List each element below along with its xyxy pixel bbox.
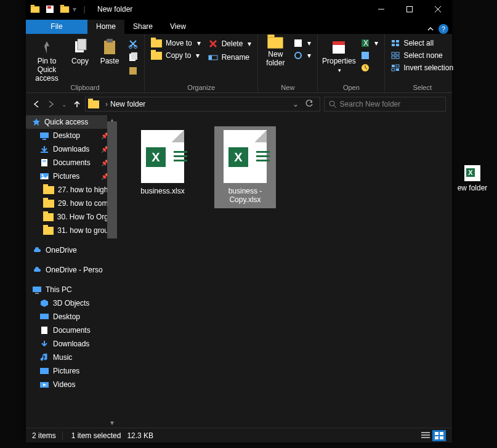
sidebar-label: Documents <box>53 326 91 335</box>
file-item-selected[interactable]: X business - Copy.xlsx <box>214 126 276 208</box>
tab-file[interactable]: File <box>26 20 87 34</box>
sidebar-folder-1[interactable]: 27. how to high <box>26 183 112 197</box>
sidebar-onedrive[interactable]: OneDrive <box>26 243 112 257</box>
sidebar-pictures[interactable]: Pictures📌 <box>26 169 112 183</box>
sidebar-documents[interactable]: Documents📌 <box>26 156 112 169</box>
sidebar-pictures2[interactable]: Pictures <box>26 364 112 378</box>
edit-button[interactable] <box>358 50 381 61</box>
properties-button[interactable]: Properties ▾ <box>321 38 356 73</box>
view-largeicons-button[interactable] <box>432 430 446 441</box>
svg-point-39 <box>329 101 334 106</box>
newfolder-button[interactable]: New folder <box>262 38 289 67</box>
refresh-button[interactable] <box>301 99 317 110</box>
search-input[interactable] <box>340 100 442 108</box>
easyaccess-button[interactable]: ▾ <box>291 50 313 61</box>
group-clipboard-label: Clipboard <box>30 84 140 92</box>
folder-icon <box>88 100 99 108</box>
tab-view[interactable]: View <box>161 20 195 34</box>
breadcrumb[interactable]: New folder <box>110 100 145 108</box>
sidebar-quickaccess[interactable]: Quick access <box>26 115 112 129</box>
search-box[interactable] <box>324 97 446 112</box>
sidebar-videos[interactable]: Videos <box>26 378 112 391</box>
sidebar-downloads[interactable]: Downloads📌 <box>26 142 112 156</box>
svg-rect-32 <box>396 52 399 55</box>
svg-rect-61 <box>440 436 443 439</box>
sidebar-documents2[interactable]: Documents <box>26 324 112 337</box>
scissors-icon <box>128 39 138 49</box>
qat-save-icon[interactable] <box>43 2 57 16</box>
svg-rect-1 <box>47 6 51 9</box>
svg-rect-42 <box>42 139 46 140</box>
sidebar-label: 3D Objects <box>53 299 89 307</box>
svg-rect-31 <box>392 52 395 55</box>
chevron-down-icon: ▾ <box>374 39 378 47</box>
scrollbar-thumb[interactable] <box>107 121 117 238</box>
scroll-down-icon[interactable]: ▾ <box>107 418 117 428</box>
desktop-shortcut-label: ew folder <box>458 184 488 192</box>
search-icon <box>328 100 336 108</box>
svg-line-40 <box>334 105 336 108</box>
copy-button[interactable]: Copy <box>67 38 94 66</box>
excel-file-icon <box>464 165 480 181</box>
excel-file-icon: X <box>224 130 267 183</box>
sidebar-onedrive-personal[interactable]: OneDrive - Perso <box>26 263 112 277</box>
cut-button[interactable] <box>126 38 140 50</box>
back-button[interactable] <box>32 100 41 108</box>
minimize-button[interactable] <box>367 0 395 18</box>
sidebar-desktop[interactable]: Desktop📌 <box>26 129 112 142</box>
folder-icon <box>43 227 54 235</box>
maximize-button[interactable] <box>395 0 424 18</box>
chevron-down-icon: ▾ <box>197 39 201 47</box>
file-item[interactable]: X business.xlsx <box>132 126 193 199</box>
view-details-button[interactable] <box>419 430 432 441</box>
copypath-button[interactable] <box>126 51 140 63</box>
rename-button[interactable]: Rename <box>206 51 254 63</box>
copyto-button[interactable]: Copy to▾ <box>148 50 203 61</box>
sidebar-desktop2[interactable]: Desktop <box>26 310 112 324</box>
desktop-shortcut[interactable]: ew folder <box>454 165 491 192</box>
collapse-ribbon-button[interactable] <box>422 25 438 34</box>
forward-button[interactable] <box>47 100 55 108</box>
selectall-button[interactable]: Select all <box>389 38 456 49</box>
help-button[interactable]: ? <box>438 24 452 34</box>
close-button[interactable] <box>424 0 452 18</box>
tab-share[interactable]: Share <box>124 20 161 34</box>
file-pane[interactable]: X business.xlsx X business - Copy.xlsx <box>117 115 452 428</box>
rename-label: Rename <box>222 53 249 62</box>
address-bar[interactable]: › New folder ⌄ <box>85 97 320 112</box>
qat-folder-icon[interactable] <box>28 2 42 16</box>
sidebar-folder-4[interactable]: 31. how to grou <box>26 224 112 237</box>
pasteshortcut-button[interactable] <box>126 65 140 77</box>
sidebar-3dobjects[interactable]: 3D Objects <box>26 296 112 310</box>
cloud-icon <box>32 246 42 255</box>
selectnone-button[interactable]: Select none <box>389 50 456 61</box>
sidebar-music[interactable]: Music <box>26 351 112 364</box>
pin-quickaccess-button[interactable]: Pin to Quick access <box>30 38 64 83</box>
folder-icon <box>268 37 283 48</box>
sidebar-scrollbar[interactable]: ▴ ▾ <box>107 115 117 428</box>
chevron-down-icon: ▾ <box>307 51 311 60</box>
sidebar-downloads2[interactable]: Downloads <box>26 337 112 351</box>
sidebar-folder-2[interactable]: 29. how to com <box>26 197 112 210</box>
recent-dropdown[interactable]: ⌄ <box>62 101 67 108</box>
paste-button[interactable]: Paste <box>96 38 123 66</box>
invertselection-button[interactable]: Invert selection <box>389 62 456 73</box>
sidebar-thispc[interactable]: This PC <box>26 283 112 296</box>
tab-home[interactable]: Home <box>87 20 124 34</box>
pc-icon <box>32 285 42 294</box>
sidebar-label: OneDrive <box>46 246 77 255</box>
cube-icon <box>39 299 49 307</box>
newitem-button[interactable]: ▾ <box>291 38 313 49</box>
svg-rect-58 <box>435 432 438 435</box>
moveto-button[interactable]: Move to▾ <box>148 38 203 49</box>
delete-button[interactable]: Delete▾ <box>206 38 254 50</box>
sidebar-folder-3[interactable]: 30. How To Org <box>26 210 112 224</box>
history-button[interactable] <box>358 62 381 73</box>
open-button[interactable]: X▾ <box>358 38 381 49</box>
qat-folder2-icon[interactable] <box>58 2 71 16</box>
address-dropdown[interactable]: ⌄ <box>290 100 301 108</box>
svg-rect-52 <box>41 327 47 334</box>
titlebar[interactable]: ▾ | New folder <box>26 0 452 18</box>
sidebar-label: 27. how to high <box>58 185 108 194</box>
up-button[interactable] <box>73 100 81 108</box>
